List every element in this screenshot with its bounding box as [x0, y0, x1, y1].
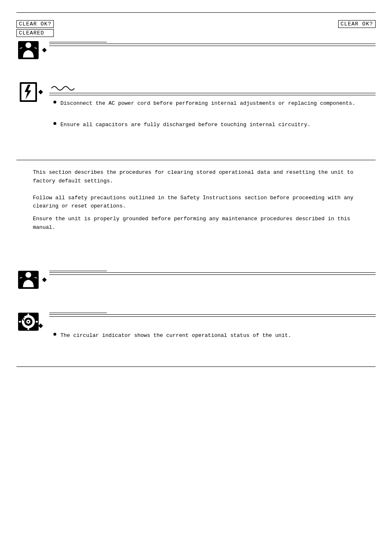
section-radiation-person — [16, 39, 376, 61]
section-lightning — [16, 81, 376, 95]
bullet-dot-2 — [53, 122, 56, 125]
section5-full-line-bottom — [49, 316, 376, 317]
bottom-divider — [16, 366, 376, 367]
bullet-dot-3 — [53, 333, 56, 336]
circular-target-icon — [16, 311, 40, 332]
clear-ok-row: CLEAR OK? CLEARED CLEAR OK? — [16, 20, 376, 37]
content-area-2: Follow all safety precautions outlined i… — [33, 194, 359, 211]
section-circular-target — [16, 311, 376, 327]
section1-full-line-bottom — [49, 46, 376, 46]
section2-full-line-top — [49, 93, 376, 93]
spacer6 — [16, 342, 376, 354]
top-divider — [16, 12, 376, 13]
bullet-row-3: The circular indicator shows the current… — [53, 332, 376, 340]
content-text-1: This section describes the procedures fo… — [33, 168, 359, 186]
section5-full-line-top — [49, 314, 376, 315]
section1-full-line-top — [49, 44, 376, 44]
section4-full-line-top — [49, 272, 376, 273]
clear-left-group: CLEAR OK? CLEARED — [16, 20, 54, 37]
svg-rect-13 — [28, 328, 29, 330]
bullet-text-1: Disconnect the AC power cord before perf… — [60, 99, 376, 108]
spacer5 — [16, 295, 376, 307]
diamond-bullet-1 — [42, 48, 46, 52]
radiation-person-icon — [16, 39, 40, 61]
clear-ok-box-left: CLEAR OK? — [16, 20, 54, 28]
bullet-row-2: Ensure all capacitors are fully discharg… — [53, 121, 376, 129]
content-area-3: Ensure the unit is properly grounded bef… — [33, 215, 359, 232]
section1-lines — [49, 39, 376, 46]
cleared-box: CLEARED — [16, 29, 54, 37]
section5-short-line — [49, 313, 107, 313]
section5-lines — [49, 311, 376, 317]
spacer3 — [16, 131, 376, 152]
lightning-paper-icon — [16, 81, 40, 103]
lightning-paper-icon-block — [16, 81, 49, 94]
wavy-line-svg — [49, 83, 78, 91]
svg-rect-14 — [19, 321, 21, 323]
clear-ok-box-right: CLEAR OK? — [338, 20, 376, 28]
section1-short-line — [49, 42, 107, 42]
section2-full-line-bottom — [49, 95, 376, 95]
bullet-text-3: The circular indicator shows the current… — [60, 332, 376, 340]
page: CLEAR OK? CLEARED CLEAR OK? — [0, 0, 392, 553]
svg-rect-12 — [28, 313, 29, 316]
spacer4 — [16, 236, 376, 261]
spacer2 — [16, 110, 376, 118]
circular-target-icon-block — [16, 311, 49, 327]
section-radiation-person-2 — [16, 269, 376, 290]
radiation-person-2-icon-block — [16, 269, 49, 290]
svg-point-1 — [25, 42, 31, 48]
content-text-3: Ensure the unit is properly grounded bef… — [33, 215, 359, 232]
diamond-bullet-3 — [42, 277, 46, 282]
bullet-dot-1 — [53, 101, 56, 104]
radiation-person-2-icon — [16, 269, 40, 290]
content-text-2: Follow all safety precautions outlined i… — [33, 194, 359, 211]
radiation-person-icon-block — [16, 39, 49, 61]
section4-short-line — [49, 271, 107, 271]
svg-rect-15 — [36, 321, 38, 323]
spacer1 — [16, 65, 376, 77]
section2-line-group — [49, 81, 376, 95]
svg-point-6 — [25, 272, 31, 278]
svg-point-11 — [28, 321, 29, 323]
bullet-text-2: Ensure all capacitors are fully discharg… — [60, 121, 376, 129]
content-area-1: This section describes the procedures fo… — [33, 168, 359, 186]
bullet-row-1: Disconnect the AC power cord before perf… — [53, 99, 376, 108]
section4-lines — [49, 269, 376, 275]
mid-divider — [16, 160, 376, 160]
section4-full-line-bottom — [49, 274, 376, 275]
